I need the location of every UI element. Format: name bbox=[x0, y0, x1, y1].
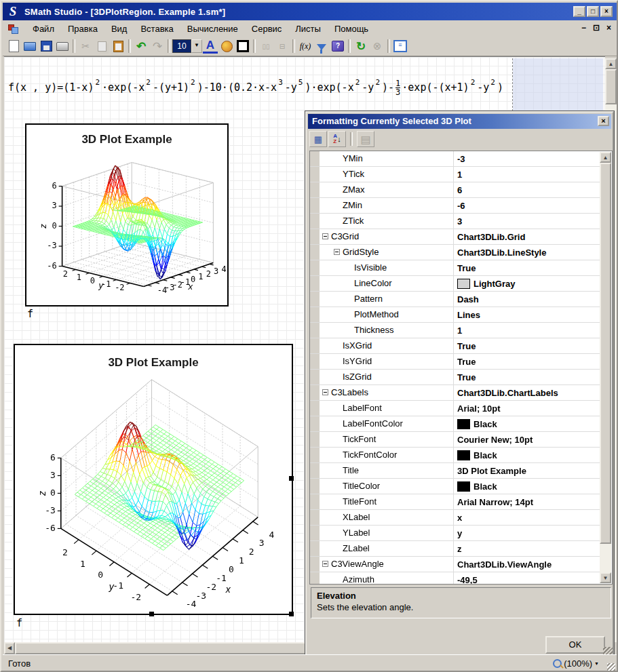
font-color-button[interactable]: A bbox=[203, 39, 218, 54]
print-button[interactable] bbox=[55, 39, 70, 54]
collapse-expander-icon[interactable] bbox=[322, 561, 328, 567]
property-row-title[interactable]: Title3D Plot Example bbox=[310, 463, 600, 479]
property-row-labelfont[interactable]: LabelFontArial; 10pt bbox=[310, 401, 600, 416]
stop-button[interactable]: ⊗ bbox=[370, 39, 385, 54]
property-value[interactable]: Black bbox=[453, 448, 600, 462]
property-row-titlefont[interactable]: TitleFontArial Narrow; 14pt bbox=[310, 494, 600, 510]
save-button[interactable] bbox=[39, 39, 54, 54]
minimize-button[interactable]: _ bbox=[573, 6, 585, 17]
close-button[interactable]: × bbox=[600, 6, 613, 17]
property-row-isvisible[interactable]: IsVisibleTrue bbox=[310, 260, 600, 276]
property-value[interactable]: True bbox=[453, 354, 600, 369]
property-row-labelfontcolor[interactable]: LabelFontColorBlack bbox=[310, 416, 600, 432]
property-name[interactable]: YMin bbox=[320, 151, 453, 166]
property-value[interactable]: 6 bbox=[453, 182, 600, 197]
property-name[interactable]: IsVisible bbox=[320, 260, 453, 275]
property-row-zmax[interactable]: ZMax6 bbox=[310, 182, 600, 198]
menu-item-1[interactable]: Файл bbox=[26, 22, 61, 36]
palette-button[interactable] bbox=[219, 39, 234, 54]
property-row-isygrid[interactable]: IsYGridTrue bbox=[310, 354, 600, 370]
property-name[interactable]: LabelFontColor bbox=[320, 416, 453, 431]
align-horizontal-button[interactable]: ▯▯ bbox=[258, 39, 273, 54]
property-value[interactable]: True bbox=[453, 370, 600, 384]
paste-button[interactable] bbox=[111, 39, 125, 54]
property-row-xlabel[interactable]: XLabelx bbox=[310, 510, 600, 526]
scroll-up-button[interactable]: ▲ bbox=[605, 58, 617, 69]
collapse-expander-icon[interactable] bbox=[322, 233, 328, 239]
property-value[interactable]: Dash bbox=[453, 292, 600, 307]
property-row-ymin[interactable]: YMin-3 bbox=[310, 151, 600, 167]
property-name[interactable]: IsZGrid bbox=[320, 370, 453, 384]
property-value[interactable]: Arial; 10pt bbox=[453, 401, 600, 416]
mdi-restore-button[interactable]: ⊡ bbox=[593, 23, 600, 33]
options-button[interactable]: ≡ bbox=[393, 39, 408, 54]
property-name[interactable]: ZMin bbox=[320, 198, 453, 213]
property-name[interactable]: C3Grid bbox=[320, 229, 453, 244]
filter-button[interactable] bbox=[314, 39, 329, 54]
font-size-dropdown-button[interactable]: ▼ bbox=[191, 39, 202, 53]
dialog-close-button[interactable]: × bbox=[598, 116, 609, 126]
function-button[interactable]: f(x) bbox=[298, 39, 313, 54]
property-row-thickness[interactable]: Thickness1 bbox=[310, 323, 600, 338]
zoom-level-text[interactable]: (100%) bbox=[564, 658, 592, 669]
property-row-tickfontcolor[interactable]: TickFontColorBlack bbox=[310, 448, 600, 463]
property-name[interactable]: TickFont bbox=[320, 432, 453, 447]
property-name[interactable]: GridStyle bbox=[320, 245, 453, 260]
property-value[interactable]: Black bbox=[453, 479, 600, 494]
property-row-ytick[interactable]: YTick1 bbox=[310, 167, 600, 182]
property-name[interactable]: IsXGrid bbox=[320, 338, 453, 353]
property-name[interactable]: Pattern bbox=[320, 292, 453, 307]
copy-button[interactable] bbox=[94, 39, 109, 54]
scroll-down-button[interactable]: ▼ bbox=[600, 572, 611, 583]
property-name[interactable]: Azimuth bbox=[320, 572, 453, 585]
property-row-titlecolor[interactable]: TitleColorBlack bbox=[310, 479, 600, 494]
plot-region-1[interactable]: 3D Plot Example bbox=[25, 123, 229, 307]
property-value[interactable]: -49,5 bbox=[453, 572, 600, 585]
property-pages-button[interactable]: ▤ bbox=[357, 131, 374, 147]
plot-region-2[interactable]: 3D Plot Example bbox=[14, 344, 293, 615]
property-name[interactable]: XLabel bbox=[320, 510, 453, 525]
zoom-magnifier-icon[interactable] bbox=[553, 659, 562, 668]
font-size-input[interactable]: 10 bbox=[172, 39, 191, 53]
function-definition-formula[interactable]: f(x , y)=(1-x)2·exp(-x2-(y+1)2)-10·(0.2·… bbox=[8, 72, 503, 103]
collapse-expander-icon[interactable] bbox=[322, 389, 328, 395]
property-value[interactable]: Chart3DLib.ViewAngle bbox=[453, 557, 600, 572]
property-value[interactable]: Black bbox=[453, 416, 600, 431]
window-resize-grip[interactable] bbox=[607, 663, 615, 671]
property-name[interactable]: C3Labels bbox=[320, 385, 453, 400]
property-value[interactable]: -6 bbox=[453, 198, 600, 213]
property-value[interactable]: 3 bbox=[453, 214, 600, 229]
property-name[interactable]: LineColor bbox=[320, 276, 453, 291]
property-row-zmin[interactable]: ZMin-6 bbox=[310, 198, 600, 214]
property-name[interactable]: YTick bbox=[320, 167, 453, 182]
property-value[interactable]: 1 bbox=[453, 323, 600, 338]
property-value[interactable]: Arial Narrow; 14pt bbox=[453, 494, 600, 509]
property-row-tickfont[interactable]: TickFontCourier New; 10pt bbox=[310, 432, 600, 448]
scroll-up-button[interactable]: ▲ bbox=[600, 152, 611, 163]
reference-button[interactable]: ? bbox=[330, 39, 345, 54]
property-value[interactable]: y bbox=[453, 526, 600, 540]
vertical-scroll-thumb[interactable] bbox=[605, 69, 617, 104]
zoom-caret-icon[interactable]: ▼ bbox=[594, 661, 599, 666]
undo-button[interactable]: ↶ bbox=[134, 39, 149, 54]
plot-function-caption[interactable]: f bbox=[16, 617, 22, 629]
property-name[interactable]: ZTick bbox=[320, 214, 453, 229]
property-name[interactable]: TitleColor bbox=[320, 479, 453, 494]
property-value[interactable]: Chart3DLib.LineStyle bbox=[453, 245, 600, 260]
refresh-button[interactable]: ↻ bbox=[353, 39, 368, 54]
property-name[interactable]: Thickness bbox=[320, 323, 453, 338]
property-row-zlabel[interactable]: ZLabelz bbox=[310, 541, 600, 557]
property-name[interactable]: YLabel bbox=[320, 526, 453, 540]
resize-handle-corner[interactable] bbox=[289, 612, 294, 616]
resize-handle-bottom[interactable] bbox=[149, 612, 154, 616]
property-name[interactable]: PlotMethod bbox=[320, 307, 453, 322]
property-value[interactable]: True bbox=[453, 338, 600, 353]
new-button[interactable] bbox=[6, 39, 21, 54]
property-value[interactable]: LightGray bbox=[453, 276, 600, 291]
property-name[interactable]: TickFontColor bbox=[320, 448, 453, 462]
alphabetical-sort-button[interactable]: AZ ↓ bbox=[328, 131, 346, 147]
property-value[interactable]: 1 bbox=[453, 167, 600, 182]
menu-item-5[interactable]: Вычисление bbox=[180, 22, 245, 36]
property-value[interactable]: Courier New; 10pt bbox=[453, 432, 600, 447]
property-value[interactable]: 3D Plot Example bbox=[453, 463, 600, 478]
